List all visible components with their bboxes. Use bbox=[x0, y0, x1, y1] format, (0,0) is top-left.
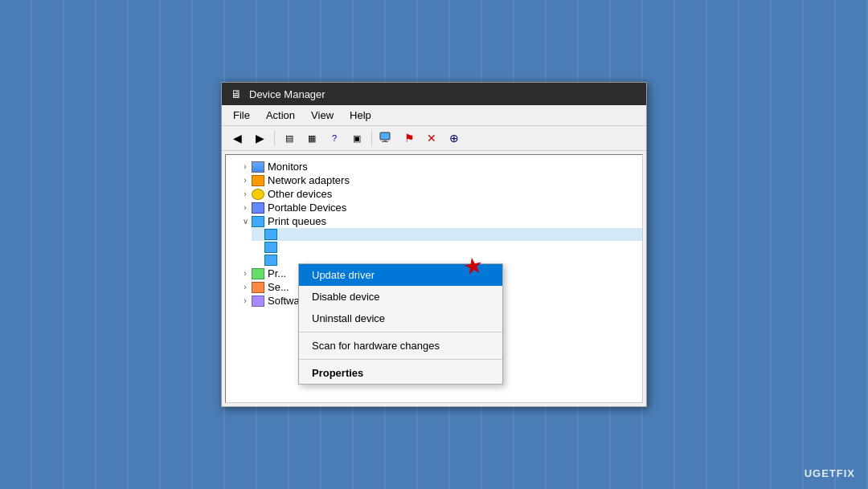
ctx-separator-2 bbox=[299, 359, 502, 360]
forward-button[interactable]: ▶ bbox=[249, 128, 270, 148]
help-button[interactable]: ? bbox=[324, 128, 345, 148]
toggle-other[interactable]: › bbox=[239, 189, 252, 198]
monitor-icon-btn[interactable] bbox=[376, 128, 397, 148]
device-manager-window: 🖥 Device Manager File Action View Help ◀… bbox=[221, 82, 647, 407]
tree-item-printer-2[interactable] bbox=[252, 241, 642, 254]
toggle-print[interactable]: ∨ bbox=[239, 217, 252, 226]
remove-button[interactable]: ✕ bbox=[421, 128, 442, 148]
toolbar: ◀ ▶ ▤ ▦ ? ▣ ⚑ ✕ ⊕ bbox=[222, 126, 646, 151]
title-bar-icon: 🖥 bbox=[230, 88, 243, 100]
context-menu: Update driver Disable device Uninstall d… bbox=[298, 263, 503, 385]
title-bar: 🖥 Device Manager bbox=[222, 83, 646, 105]
print-queues-label: Print queues bbox=[268, 215, 326, 227]
ctx-separator bbox=[299, 332, 502, 332]
network-icon bbox=[252, 175, 264, 186]
toggle-processors[interactable]: › bbox=[239, 269, 252, 278]
ctx-properties[interactable]: Properties bbox=[299, 362, 502, 384]
printer-2-icon bbox=[264, 242, 277, 253]
toggle-software[interactable]: › bbox=[239, 296, 252, 305]
toggle-monitors[interactable]: › bbox=[239, 162, 252, 171]
resources-button[interactable]: ▦ bbox=[301, 128, 322, 148]
network-label: Network adapters bbox=[268, 174, 350, 186]
toolbar-separator-2 bbox=[371, 130, 372, 146]
other-devices-label: Other devices bbox=[268, 188, 332, 200]
svg-rect-2 bbox=[382, 141, 388, 142]
printer-1-icon bbox=[264, 229, 277, 240]
ctx-disable-device[interactable]: Disable device bbox=[299, 286, 502, 308]
menu-action[interactable]: Action bbox=[258, 107, 303, 124]
tree-item-other-devices[interactable]: › Other devices bbox=[239, 187, 642, 201]
print-queues-icon bbox=[252, 216, 264, 227]
security-label: Se... bbox=[268, 281, 289, 293]
toolbar-separator bbox=[274, 130, 275, 146]
toggle-network[interactable]: › bbox=[239, 176, 252, 185]
flag-button[interactable]: ⚑ bbox=[399, 128, 420, 148]
properties-view-button[interactable]: ▤ bbox=[279, 128, 300, 148]
scan-button[interactable]: ⊕ bbox=[444, 128, 465, 148]
software-icon bbox=[252, 295, 264, 307]
printer-3-icon bbox=[264, 255, 277, 266]
svg-rect-0 bbox=[380, 132, 390, 140]
device-tree-panel: › Monitors › Network adapters › Other de… bbox=[225, 154, 643, 403]
tree-item-network[interactable]: › Network adapters bbox=[239, 173, 642, 187]
driver-details-button[interactable]: ▣ bbox=[346, 128, 367, 148]
ctx-scan-hardware[interactable]: Scan for hardware changes bbox=[299, 335, 502, 357]
processors-label: Pr... bbox=[268, 267, 286, 279]
portable-icon bbox=[252, 202, 264, 214]
window-title: Device Manager bbox=[249, 88, 326, 100]
monitors-icon bbox=[252, 161, 264, 173]
portable-label: Portable Devices bbox=[268, 202, 346, 214]
tree-item-monitors[interactable]: › Monitors bbox=[239, 160, 642, 173]
menu-file[interactable]: File bbox=[225, 107, 258, 124]
ctx-update-driver[interactable]: Update driver bbox=[299, 264, 502, 286]
svg-rect-1 bbox=[383, 140, 387, 141]
tree-item-printer-1[interactable] bbox=[252, 228, 642, 241]
tree-item-portable[interactable]: › Portable Devices bbox=[239, 201, 642, 214]
menu-bar: File Action View Help bbox=[222, 105, 646, 126]
other-devices-icon bbox=[252, 189, 264, 200]
back-button[interactable]: ◀ bbox=[227, 128, 248, 148]
ctx-uninstall-device[interactable]: Uninstall device bbox=[299, 308, 502, 329]
toggle-security[interactable]: › bbox=[239, 283, 252, 291]
security-icon bbox=[252, 282, 264, 293]
toggle-portable[interactable]: › bbox=[239, 203, 252, 212]
processors-icon bbox=[252, 268, 264, 279]
watermark: UGETFIX bbox=[805, 467, 855, 479]
monitors-label: Monitors bbox=[268, 161, 308, 173]
menu-help[interactable]: Help bbox=[342, 107, 379, 124]
menu-view[interactable]: View bbox=[303, 107, 342, 124]
tree-item-print-queues[interactable]: ∨ Print queues bbox=[239, 214, 642, 228]
